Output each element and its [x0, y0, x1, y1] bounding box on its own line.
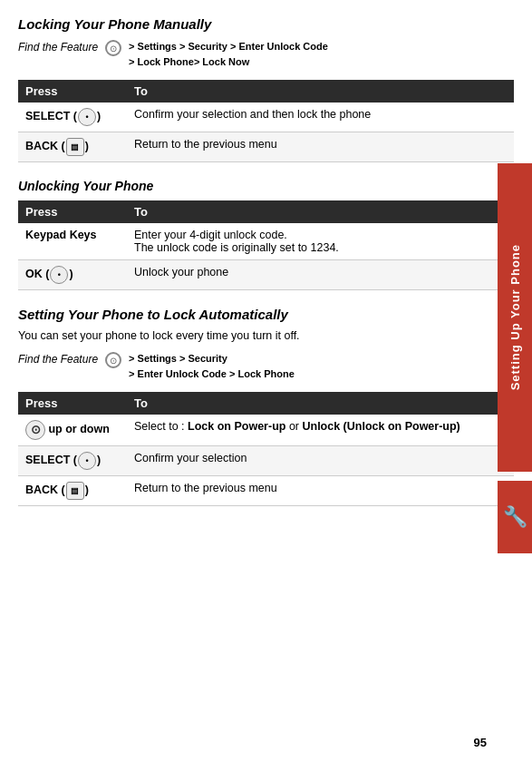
section1-table: Press To SELECT (•) Confirm your selecti…	[18, 80, 514, 162]
ok-btn-icon: •	[50, 266, 68, 284]
sidebar-tab: Setting Up Your Phone	[498, 163, 532, 472]
find-feature-row-2: Find the Feature ⊙ > Settings > Security…	[18, 351, 514, 381]
table-row: ⊙ up or down Select to : Lock on Power-u…	[18, 415, 514, 446]
table2-col2-header: To	[127, 200, 514, 223]
section1-title: Locking Your Phone Manually	[18, 16, 514, 32]
scroll-btn-icon: ⊙	[25, 420, 45, 440]
find-feature-path-1: > Settings > Security > Enter Unlock Cod…	[129, 39, 328, 69]
find-feature-icon-2: ⊙	[105, 352, 121, 368]
select-btn-icon-2: •	[78, 452, 96, 470]
table3-row3-press: BACK (▤)	[18, 476, 127, 506]
wrench-icon: 🔧	[503, 505, 527, 529]
table-row: BACK (▤) Return to the previous menu	[18, 476, 514, 506]
table2-row1-to: Enter your 4-digit unlock code.The unloc…	[127, 223, 514, 260]
table-row: BACK (▤) Return to the previous menu	[18, 132, 514, 162]
nav-icon-2: ⊙	[110, 356, 117, 366]
find-feature-label-1: Find the Feature	[18, 41, 98, 54]
table1-row2-to: Return to the previous menu	[127, 132, 514, 162]
table1-row1-to: Confirm your selection and then lock the…	[127, 103, 514, 132]
table3-row1-to: Select to : Lock on Power-up or Unlock (…	[127, 415, 514, 446]
table3-row3-to: Return to the previous menu	[127, 476, 514, 506]
table1-col1-header: Press	[18, 80, 127, 103]
select-btn-icon-1: •	[78, 108, 96, 126]
find-feature-label-2: Find the Feature	[18, 353, 98, 366]
back-btn-icon-2: ▤	[66, 482, 84, 500]
table-row: SELECT (•) Confirm your selection and th…	[18, 103, 514, 132]
section2-title: Unlocking Your Phone	[18, 179, 514, 193]
table2-row2-press: OK (•)	[18, 260, 127, 290]
nav-icon-1: ⊙	[110, 44, 117, 54]
table1-row1-press: SELECT (•)	[18, 103, 127, 132]
table3-row2-press: SELECT (•)	[18, 446, 127, 476]
section3-table: Press To ⊙ up or down Select to : Lock o…	[18, 392, 514, 506]
back-btn-icon-1: ▤	[66, 138, 84, 156]
table3-col2-header: To	[127, 392, 514, 415]
table3-row1-press: ⊙ up or down	[18, 415, 127, 446]
page-container: Locking Your Phone Manually Find the Fea…	[0, 0, 532, 762]
table-row: SELECT (•) Confirm your selection	[18, 446, 514, 476]
scroll-label: up or down	[48, 423, 109, 435]
table1-col2-header: To	[127, 80, 514, 103]
table-row: Keypad Keys Enter your 4-digit unlock co…	[18, 223, 514, 260]
section3: Setting Your Phone to Lock Automatically…	[18, 307, 514, 506]
table3-row2-to: Confirm your selection	[127, 446, 514, 476]
section2-table: Press To Keypad Keys Enter your 4-digit …	[18, 200, 514, 290]
page-number: 95	[474, 736, 487, 749]
table-row: OK (•) Unlock your phone	[18, 260, 514, 290]
section3-title: Setting Your Phone to Lock Automatically	[18, 307, 514, 322]
sidebar-icon-area: 🔧	[498, 481, 532, 553]
find-feature-icon-1: ⊙	[105, 40, 121, 56]
table2-row1-press: Keypad Keys	[18, 223, 127, 260]
section3-body: You can set your phone to lock every tim…	[18, 329, 514, 342]
table2-row2-to: Unlock your phone	[127, 260, 514, 290]
table1-row2-press: BACK (▤)	[18, 132, 127, 162]
section1: Locking Your Phone Manually Find the Fea…	[18, 16, 514, 162]
sidebar-label: Setting Up Your Phone	[508, 244, 522, 390]
section2: Unlocking Your Phone Press To Keypad Key…	[18, 179, 514, 290]
find-feature-path-2: > Settings > Security > Enter Unlock Cod…	[129, 351, 295, 381]
table3-col1-header: Press	[18, 392, 127, 415]
find-feature-row-1: Find the Feature ⊙ > Settings > Security…	[18, 39, 514, 69]
table2-col1-header: Press	[18, 200, 127, 223]
